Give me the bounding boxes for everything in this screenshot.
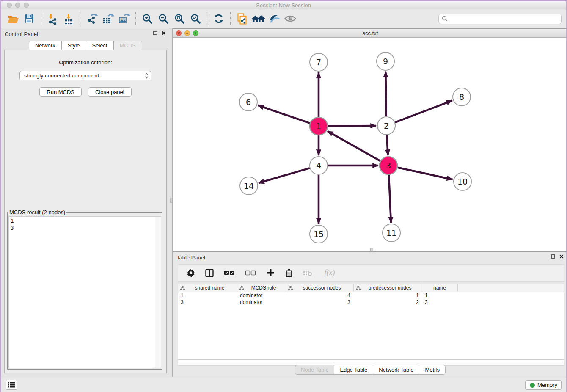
tab-mcds[interactable]: MCDS [113, 41, 142, 50]
tab-node-table[interactable]: Node Table [295, 365, 334, 375]
settings-gear-button[interactable] [186, 268, 196, 278]
style-details-button[interactable] [266, 11, 282, 26]
clone-network-button[interactable] [234, 11, 250, 26]
add-column-button[interactable] [265, 268, 275, 278]
graph-edge-2-3[interactable] [387, 135, 388, 155]
refresh-button[interactable] [211, 11, 227, 26]
column-header-1[interactable]: MCDS role [237, 284, 286, 292]
table-cell: 3 [178, 299, 237, 306]
graph-node-8[interactable]: 8 [453, 88, 471, 106]
tab-edge-table[interactable]: Edge Table [334, 365, 373, 375]
search-input[interactable] [450, 15, 559, 22]
column-header-0[interactable]: shared name [178, 284, 237, 292]
graph-edge-3-11[interactable] [389, 175, 391, 223]
graph-edge-2-9[interactable] [385, 72, 386, 116]
show-hide-button[interactable] [282, 11, 298, 26]
trash-icon [285, 269, 293, 277]
tab-motifs[interactable]: Motifs [419, 365, 446, 375]
table-cell: 3 [422, 299, 458, 306]
search-box[interactable] [438, 14, 562, 24]
graph-node-10[interactable]: 10 [454, 173, 471, 190]
memory-status-dot [530, 383, 535, 388]
open-session-icon [8, 14, 19, 24]
home-icon [252, 14, 265, 24]
column-header-2[interactable]: successor nodes [286, 284, 354, 292]
table-panel-header: Table Panel [173, 252, 567, 263]
tab-network[interactable]: Network [29, 41, 61, 50]
zoom-in-button[interactable] [139, 11, 155, 26]
tab-network-table[interactable]: Network Table [373, 365, 419, 375]
split-divider-handle[interactable] [170, 198, 172, 203]
zoom-fit-button[interactable] [171, 11, 187, 26]
graph-node-7[interactable]: 7 [310, 53, 328, 71]
graph-node-11[interactable]: 11 [383, 224, 400, 242]
memory-button[interactable]: Memory [525, 380, 562, 390]
zoom-out-button[interactable] [155, 11, 171, 26]
graph-edge-4-14[interactable] [259, 168, 310, 183]
table-row[interactable]: 1dominator411 [178, 292, 564, 299]
delete-table-button[interactable] [303, 268, 313, 278]
zoom-selected-button[interactable] [187, 11, 204, 26]
graph-node-4[interactable]: 4 [310, 157, 328, 174]
chevron-up-down-icon [145, 72, 149, 79]
float-panel-icon[interactable] [551, 254, 555, 259]
graph-node-label: 4 [316, 161, 321, 170]
function-builder-button[interactable]: f(x) [321, 268, 338, 278]
home-button[interactable] [250, 11, 266, 26]
graph-edge-3-10[interactable] [397, 168, 452, 179]
close-panel-button[interactable]: Close panel [88, 87, 132, 97]
graph-node-6[interactable]: 6 [239, 93, 257, 111]
zoom-fit-icon [174, 13, 185, 24]
close-panel-icon[interactable] [559, 254, 564, 259]
open-session-button[interactable] [5, 11, 21, 26]
run-mcds-button[interactable]: Run MCDS [39, 87, 82, 97]
graph-node-9[interactable]: 9 [377, 52, 394, 70]
network-canvas[interactable]: 1234678910111415 [173, 38, 567, 251]
criterion-select[interactable]: strongly connected component [19, 71, 151, 80]
close-panel-icon[interactable] [162, 31, 166, 35]
add-column-icon [267, 269, 275, 277]
network-window-titlebar[interactable]: ✕ − + scc.txt [173, 29, 567, 38]
zoom-in-icon [142, 13, 153, 24]
export-table-button[interactable] [100, 11, 116, 26]
list-icon [8, 382, 15, 388]
deselect-all-button[interactable] [244, 268, 257, 278]
import-table-button[interactable] [61, 11, 77, 26]
table-panel: Table Panel [173, 252, 567, 377]
graph-node-2[interactable]: 2 [377, 117, 395, 135]
delete-column-button[interactable] [284, 268, 294, 278]
save-session-button[interactable] [21, 11, 37, 26]
graph-node-label: 2 [384, 121, 389, 130]
result-scrollbar[interactable] [155, 217, 161, 368]
graph-node-14[interactable]: 14 [240, 177, 258, 195]
column-header-4[interactable]: name [422, 284, 458, 292]
import-network-button[interactable] [44, 11, 61, 26]
network-resize-handle[interactable] [370, 248, 373, 251]
graph-node-label: 7 [316, 58, 321, 67]
graph-edge-2-8[interactable] [395, 101, 452, 123]
graph-node-3[interactable]: 3 [380, 157, 397, 174]
export-network-button[interactable] [84, 11, 100, 26]
deselect-all-icon [245, 270, 256, 276]
select-all-button[interactable] [223, 268, 236, 278]
export-image-button[interactable] [116, 11, 132, 26]
tab-select[interactable]: Select [86, 41, 113, 50]
graph-node-15[interactable]: 15 [310, 225, 328, 243]
graph-edge-3-1[interactable] [328, 131, 380, 161]
toolbar-separator [135, 12, 136, 25]
column-view-button[interactable] [204, 268, 215, 278]
network-window: ✕ − + scc.txt 1234678910111415 [173, 28, 567, 252]
table-row[interactable]: 3dominator323 [178, 299, 564, 306]
column-header-3[interactable]: predecessor nodes [354, 284, 422, 292]
mcds-result-box[interactable]: 1 3 [8, 216, 161, 368]
graph-node-label: 3 [386, 161, 391, 170]
table-cell: 1 [354, 292, 422, 299]
graph-node-1[interactable]: 1 [310, 117, 328, 135]
task-history-button[interactable] [6, 380, 17, 390]
tab-style[interactable]: Style [61, 41, 86, 50]
graph-edge-1-2[interactable] [328, 126, 376, 126]
network-canvas-svg: 1234678910111415 [173, 38, 567, 251]
float-panel-icon[interactable] [153, 31, 157, 35]
memory-label: Memory [537, 382, 557, 388]
graph-edge-1-6[interactable] [258, 105, 310, 123]
